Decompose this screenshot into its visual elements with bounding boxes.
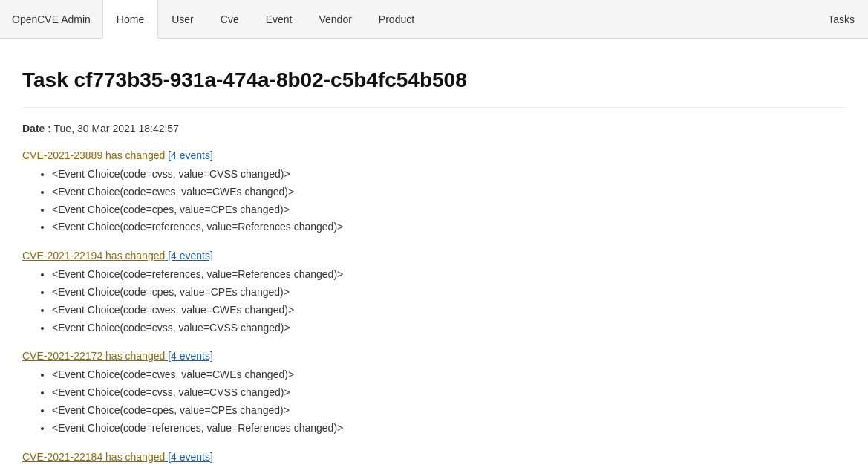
- event-item: <Event Choice(code=cpes, value=CPEs chan…: [52, 201, 846, 219]
- cve-section: CVE-2021-22194 has changed [4 events]<Ev…: [22, 250, 846, 337]
- date-label: Date :: [22, 123, 51, 134]
- event-item: <Event Choice(code=cwes, value=CWEs chan…: [52, 302, 846, 319]
- cve-section: CVE-2021-22172 has changed [4 events]<Ev…: [22, 350, 846, 437]
- main-content: Task cf773b35-931a-474a-8b02-c5b4fc54b50…: [0, 39, 868, 468]
- nav-brand: OpenCVE Admin: [0, 0, 102, 38]
- event-item: <Event Choice(code=cwes, value=CWEs chan…: [52, 183, 846, 201]
- cve-section: CVE-2021-23889 has changed [4 events]<Ev…: [22, 149, 846, 236]
- cve-header: CVE-2021-22172 has changed [4 events]: [22, 350, 846, 362]
- cve-link[interactable]: CVE-2021-22172 has changed: [22, 350, 165, 362]
- events-badge[interactable]: [4 events]: [165, 250, 213, 261]
- event-item: <Event Choice(code=cwes, value=CWEs chan…: [52, 366, 846, 384]
- event-item: <Event Choice(code=references, value=Ref…: [52, 218, 846, 236]
- event-item: <Event Choice(code=references, value=Ref…: [52, 420, 846, 438]
- nav-item-cve[interactable]: Cve: [207, 0, 252, 38]
- events-badge[interactable]: [4 events]: [165, 451, 213, 463]
- events-list: <Event Choice(code=references, value=Ref…: [52, 266, 846, 337]
- events-list: <Event Choice(code=cwes, value=CWEs chan…: [52, 366, 846, 437]
- page-title: Task cf773b35-931a-474a-8b02-c5b4fc54b50…: [22, 68, 846, 108]
- date-line: Date : Tue, 30 Mar 2021 18:42:57: [22, 123, 846, 134]
- date-value-text: Tue, 30 Mar 2021 18:42:57: [54, 123, 179, 134]
- event-item: <Event Choice(code=cpes, value=CPEs chan…: [52, 284, 846, 302]
- event-item: <Event Choice(code=cvss, value=CVSS chan…: [52, 384, 846, 402]
- nav-item-home[interactable]: Home: [102, 0, 158, 39]
- cve-header: CVE-2021-22194 has changed [4 events]: [22, 250, 846, 261]
- events-badge[interactable]: [4 events]: [165, 350, 213, 362]
- cve-header: CVE-2021-22184 has changed [4 events]: [22, 451, 846, 463]
- nav-tasks-link[interactable]: Tasks: [815, 0, 868, 38]
- events-list: <Event Choice(code=cvss, value=CVSS chan…: [52, 166, 846, 236]
- nav-item-product[interactable]: Product: [365, 0, 428, 38]
- events-badge[interactable]: [4 events]: [165, 149, 213, 161]
- cve-link[interactable]: CVE-2021-22194 has changed: [22, 250, 165, 261]
- event-item: <Event Choice(code=cpes, value=CPEs chan…: [52, 402, 846, 420]
- cve-link[interactable]: CVE-2021-23889 has changed: [22, 149, 165, 161]
- nav-items: HomeUserCveEventVendorProduct: [102, 0, 815, 38]
- navbar: OpenCVE Admin HomeUserCveEventVendorProd…: [0, 0, 868, 39]
- event-item: <Event Choice(code=cvss, value=CVSS chan…: [52, 319, 846, 337]
- cve-section: CVE-2021-22184 has changed [4 events]<Ev…: [22, 451, 846, 468]
- nav-item-user[interactable]: User: [158, 0, 207, 38]
- event-item: <Event Choice(code=cvss, value=CVSS chan…: [52, 166, 846, 183]
- cve-link[interactable]: CVE-2021-22184 has changed: [22, 451, 165, 463]
- cve-sections: CVE-2021-23889 has changed [4 events]<Ev…: [22, 149, 846, 468]
- nav-item-vendor[interactable]: Vendor: [305, 0, 365, 38]
- event-item: <Event Choice(code=references, value=Ref…: [52, 266, 846, 284]
- cve-header: CVE-2021-23889 has changed [4 events]: [22, 149, 846, 161]
- nav-item-event[interactable]: Event: [252, 0, 306, 38]
